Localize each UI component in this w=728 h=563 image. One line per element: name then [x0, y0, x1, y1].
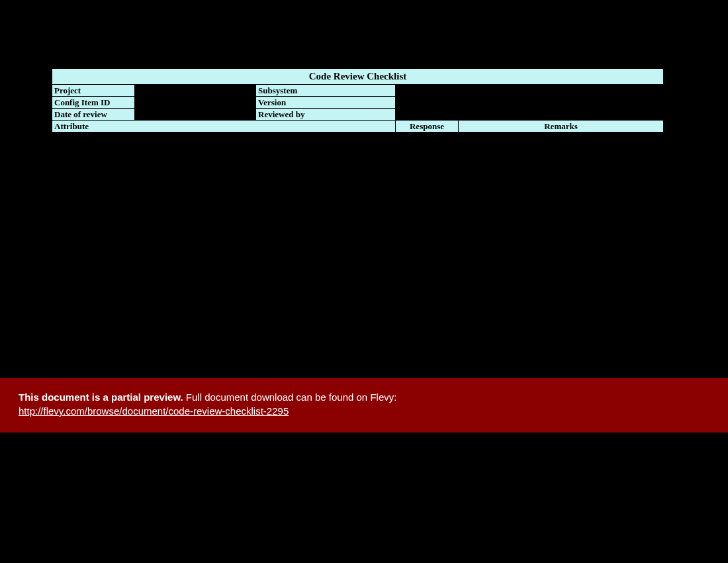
preview-banner: This document is a partial preview. Full…: [0, 378, 728, 433]
meta-label-reviewer: Reviewed by: [256, 109, 396, 121]
meta-label-config-item: Config Item ID: [52, 97, 135, 109]
meta-label-date: Date of review: [52, 109, 135, 121]
meta-label-subsystem: Subsystem: [256, 85, 396, 97]
banner-strong: This document is a partial preview.: [19, 391, 183, 403]
column-header-attribute: Attribute: [52, 121, 396, 132]
checklist-table: Code Review Checklist Project Subsystem …: [52, 68, 664, 132]
banner-rest: Full document download can be found on F…: [183, 391, 397, 403]
banner-link[interactable]: http://flevy.com/browse/document/code-re…: [19, 405, 289, 417]
empty-cell: [396, 109, 664, 121]
banner-text: This document is a partial preview. Full…: [19, 391, 396, 403]
column-header-remarks: Remarks: [459, 121, 664, 132]
document-title: Code Review Checklist: [52, 69, 664, 85]
meta-value-config-item: [135, 97, 256, 109]
empty-cell: [396, 85, 664, 97]
meta-value-project: [135, 85, 256, 97]
empty-cell: [396, 97, 664, 109]
checklist-sheet: Code Review Checklist Project Subsystem …: [52, 68, 664, 132]
meta-label-version: Version: [256, 97, 396, 109]
column-header-response: Response: [396, 121, 459, 132]
meta-value-date: [135, 109, 256, 121]
meta-label-project: Project: [52, 85, 135, 97]
